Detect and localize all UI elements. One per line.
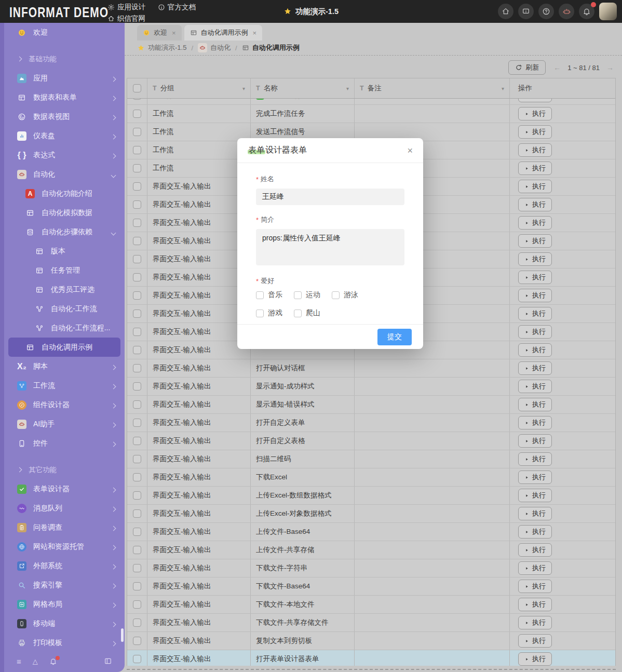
table-row[interactable]: 界面交互-输入输出显示通知-错误样式执行 — [127, 396, 615, 414]
row-checkbox[interactable] — [133, 291, 141, 300]
sidebar-item-5[interactable]: 仪表盘 — [8, 126, 120, 145]
table-row[interactable]: 工作流×删除工作流任务执行 — [127, 99, 615, 105]
sidebar-item-24[interactable]: 消息队列 — [8, 499, 120, 518]
checkbox[interactable] — [256, 291, 264, 299]
sidebar-item-23[interactable]: 表单设计器 — [8, 479, 120, 499]
row-checkbox[interactable] — [133, 146, 141, 154]
hobby-option-3[interactable]: 游戏 — [256, 308, 294, 318]
table-row[interactable]: 界面交互-输入输出复制文本到剪切板执行 — [127, 632, 615, 650]
execute-button[interactable]: 执行 — [518, 398, 552, 411]
execute-button[interactable]: 执行 — [518, 325, 552, 339]
row-checkbox[interactable] — [133, 528, 141, 536]
row-checkbox[interactable] — [133, 419, 141, 427]
execute-button[interactable]: 执行 — [518, 216, 552, 230]
execute-button[interactable]: 执行 — [518, 525, 552, 539]
table-row[interactable]: 界面交互-输入输出打开表单设计器表单执行 — [127, 650, 615, 666]
user-avatar[interactable] — [599, 3, 617, 20]
table-row[interactable]: 界面交互-输入输出上传文件-共享存储执行 — [127, 541, 615, 559]
execute-button[interactable]: 执行 — [518, 343, 552, 357]
sidebar-item-3[interactable]: 数据表和表单 — [8, 88, 120, 107]
sidebar-item-4[interactable]: 数据表视图 — [8, 107, 120, 126]
checkbox[interactable] — [294, 291, 302, 299]
sidebar-item-30[interactable]: 移动端 — [8, 614, 120, 633]
row-checkbox[interactable] — [133, 164, 141, 172]
row-checkbox[interactable] — [133, 637, 141, 645]
triangle-icon[interactable]: △ — [33, 657, 38, 665]
row-checkbox[interactable] — [133, 219, 141, 227]
checkbox[interactable] — [332, 291, 340, 299]
execute-button[interactable]: 执行 — [518, 380, 552, 393]
collapse-panel-icon[interactable] — [104, 657, 112, 665]
table-row[interactable]: 界面交互-输入输出下载文件-本地文件执行 — [127, 596, 615, 614]
sidebar-scrollbar[interactable] — [121, 628, 124, 642]
sidebar-group-1[interactable]: 基础功能 — [4, 49, 125, 69]
execute-button[interactable]: 执行 — [518, 198, 552, 211]
execute-button[interactable]: 执行 — [518, 271, 552, 284]
caret-down-icon[interactable]: ▾ — [502, 86, 504, 91]
close-tab-icon[interactable]: × — [172, 29, 176, 37]
breadcrumb-automation[interactable]: 自动化 — [198, 43, 231, 52]
row-checkbox[interactable] — [133, 182, 141, 191]
tab-welcome[interactable]: 欢迎 × — [137, 25, 182, 41]
sidebar-item-2[interactable]: 应用 — [8, 69, 120, 88]
select-all-checkbox[interactable] — [133, 84, 141, 92]
sidebar-item-21[interactable]: 控件 — [8, 434, 120, 453]
row-checkbox[interactable] — [133, 437, 141, 445]
nav-official-docs[interactable]: 官方文档 — [158, 2, 196, 12]
execute-button[interactable]: 执行 — [518, 598, 552, 611]
sidebar-item-14[interactable]: 自动化-工作流 — [8, 299, 120, 318]
row-checkbox[interactable] — [133, 346, 141, 354]
table-row[interactable]: 界面交互-输入输出上传Excel-数组数据格式执行 — [127, 487, 615, 505]
table-row[interactable]: 界面交互-输入输出上传文件-Base64执行 — [127, 523, 615, 541]
execute-button[interactable]: 执行 — [518, 561, 552, 575]
row-checkbox[interactable] — [133, 473, 141, 481]
execute-button[interactable]: 执行 — [518, 489, 552, 502]
bell-small-icon[interactable] — [49, 657, 57, 665]
column-header-group[interactable]: T分组▾ — [147, 78, 251, 98]
sidebar-item-15[interactable]: 自动化-工作流程... — [8, 318, 120, 338]
execute-button[interactable]: 执行 — [518, 616, 552, 629]
execute-button[interactable]: 执行 — [518, 143, 552, 157]
execute-button[interactable]: 执行 — [518, 252, 552, 266]
nav-app-design[interactable]: 应用设计 — [107, 2, 145, 12]
sidebar-item-29[interactable]: 网格布局 — [8, 595, 120, 614]
caret-down-icon[interactable]: ▾ — [346, 86, 349, 91]
row-checkbox[interactable] — [133, 491, 141, 500]
tab-automation-examples[interactable]: 自动化调用示例 × — [184, 25, 263, 41]
row-checkbox[interactable] — [133, 255, 141, 263]
execute-button[interactable]: 执行 — [518, 434, 552, 448]
execute-button[interactable]: 执行 — [518, 107, 552, 120]
hobby-option-1[interactable]: 运动 — [294, 290, 332, 300]
row-checkbox[interactable] — [133, 546, 141, 554]
row-checkbox[interactable] — [133, 364, 141, 372]
sidebar-item-26[interactable]: 网站和资源托管 — [8, 537, 120, 556]
hobby-option-4[interactable]: 爬山 — [294, 308, 332, 318]
sidebar-item-27[interactable]: 外部系统 — [8, 556, 120, 575]
caret-down-icon[interactable]: ▾ — [242, 86, 245, 91]
row-checkbox[interactable] — [133, 600, 141, 609]
execute-button[interactable]: 执行 — [518, 234, 552, 248]
refresh-button[interactable]: 刷新 — [508, 60, 546, 75]
column-header-note[interactable]: T备注▾ — [355, 78, 510, 98]
hobby-option-2[interactable]: 游泳 — [332, 290, 370, 300]
execute-button[interactable]: 执行 — [518, 471, 552, 484]
sidebar-item-8[interactable]: A自动化功能介绍 — [8, 184, 120, 203]
table-row[interactable]: 界面交互-输入输出下载Excel执行 — [127, 468, 615, 487]
checkbox[interactable] — [294, 310, 302, 317]
sidebar-item-7[interactable]: 自动化 — [8, 165, 120, 184]
horizontal-scrollbar[interactable] — [127, 669, 616, 670]
sidebar-item-13[interactable]: 优秀员工评选 — [8, 280, 120, 299]
execute-button[interactable]: 执行 — [518, 99, 552, 102]
sidebar-item-25[interactable]: 问卷调查 — [8, 518, 120, 537]
execute-button[interactable]: 执行 — [518, 507, 552, 520]
table-row[interactable]: 界面交互-输入输出显示通知-成功样式执行 — [127, 378, 615, 396]
execute-button[interactable]: 执行 — [518, 307, 552, 320]
row-checkbox[interactable] — [133, 237, 141, 245]
notifications-button[interactable] — [579, 4, 594, 19]
row-checkbox[interactable] — [133, 655, 141, 663]
sidebar-item-12[interactable]: 任务管理 — [8, 261, 120, 280]
sidebar-item-16[interactable]: 自动化调用示例 — [8, 338, 120, 357]
checkbox[interactable] — [256, 310, 264, 317]
table-row[interactable]: 界面交互-输入输出打开自定义表格执行 — [127, 432, 615, 450]
row-checkbox[interactable] — [133, 382, 141, 391]
